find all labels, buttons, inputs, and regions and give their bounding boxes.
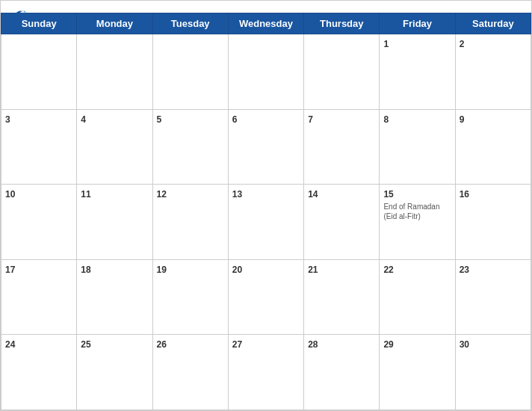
calendar-cell: 15End of Ramadan (Eid al-Fitr): [380, 185, 455, 260]
calendar-table: SundayMondayTuesdayWednesdayThursdayFrid…: [1, 13, 531, 410]
calendar-cell: 9: [455, 109, 531, 185]
calendar-header: [1, 1, 531, 13]
day-number: 9: [460, 114, 465, 125]
day-number: 4: [81, 114, 86, 125]
logo-bird-icon: [13, 8, 26, 19]
calendar-cell: 11: [77, 185, 152, 260]
calendar-cell: 13: [228, 185, 303, 260]
calendar-cell: [1, 34, 77, 110]
calendar-cell: 19: [152, 259, 228, 335]
day-number: 18: [81, 265, 90, 275]
day-number: 13: [232, 189, 242, 200]
calendar-cell: 16: [455, 185, 531, 260]
calendar-cell: 3: [1, 109, 77, 185]
day-number: 29: [383, 339, 393, 350]
day-number: 23: [460, 265, 469, 275]
calendar-cell: 22: [380, 259, 455, 335]
calendar-cell: 29: [380, 335, 455, 410]
day-number: 12: [157, 189, 167, 200]
calendar-cell: 30: [455, 335, 531, 410]
calendar-cell: 6: [228, 109, 303, 185]
calendar-cell: 2: [455, 34, 531, 110]
calendar-cell: 4: [77, 109, 152, 185]
week-row-4: 17181920212223: [1, 259, 531, 335]
weekday-header-friday: Friday: [380, 13, 455, 34]
weekday-header-thursday: Thursday: [304, 13, 380, 34]
calendar-cell: 25: [77, 335, 152, 410]
calendar-cell: [304, 34, 380, 110]
calendar-cell: 21: [304, 259, 380, 335]
calendar-cell: [77, 34, 152, 110]
calendar-cell: 8: [380, 109, 455, 185]
calendar-cell: 27: [228, 335, 303, 410]
day-number: 5: [157, 114, 162, 125]
day-number: 24: [5, 339, 15, 350]
day-number: 15: [383, 189, 393, 200]
day-number: 7: [308, 114, 313, 125]
calendar-cell: 7: [304, 109, 380, 185]
week-row-5: 24252627282930: [1, 335, 531, 410]
day-number: 30: [460, 339, 469, 350]
calendar-cell: 18: [77, 259, 152, 335]
week-row-2: 3456789: [1, 109, 531, 185]
calendar-cell: 26: [152, 335, 228, 410]
day-number: 27: [232, 339, 242, 350]
day-number: 26: [157, 339, 167, 350]
calendar-cell: 10: [1, 185, 77, 260]
calendar-cell: 12: [152, 185, 228, 260]
day-number: 3: [5, 114, 10, 125]
weekday-header-tuesday: Tuesday: [152, 13, 228, 34]
day-number: 25: [81, 339, 90, 350]
calendar-cell: 14: [304, 185, 380, 260]
day-number: 1: [383, 39, 389, 49]
day-number: 6: [232, 114, 238, 125]
calendar-cell: [152, 34, 228, 110]
calendar-cell: 20: [228, 259, 303, 335]
weekday-header-monday: Monday: [77, 13, 152, 34]
week-row-1: 12: [1, 34, 531, 110]
day-number: 19: [157, 265, 167, 275]
day-number: 8: [383, 114, 389, 125]
day-number: 22: [383, 265, 393, 275]
weekday-header-wednesday: Wednesday: [228, 13, 303, 34]
day-number: 10: [5, 189, 15, 200]
day-number: 2: [460, 39, 465, 49]
logo-blue-text: [13, 8, 28, 19]
calendar-cell: 23: [455, 259, 531, 335]
calendar-wrapper: SundayMondayTuesdayWednesdayThursdayFrid…: [0, 0, 532, 411]
day-number: 14: [308, 189, 318, 200]
event-label: End of Ramadan (Eid al-Fitr): [383, 202, 451, 221]
calendar-cell: 28: [304, 335, 380, 410]
day-number: 17: [5, 265, 15, 275]
day-number: 11: [81, 189, 90, 200]
day-number: 21: [308, 265, 318, 275]
calendar-cell: [228, 34, 303, 110]
day-number: 20: [232, 265, 242, 275]
logo: [13, 8, 28, 19]
calendar-cell: 24: [1, 335, 77, 410]
calendar-cell: 5: [152, 109, 228, 185]
weekday-header-row: SundayMondayTuesdayWednesdayThursdayFrid…: [1, 13, 531, 34]
calendar-cell: 1: [380, 34, 455, 110]
week-row-3: 101112131415End of Ramadan (Eid al-Fitr)…: [1, 185, 531, 260]
day-number: 16: [460, 189, 469, 200]
calendar-cell: 17: [1, 259, 77, 335]
day-number: 28: [308, 339, 318, 350]
weekday-header-saturday: Saturday: [455, 13, 531, 34]
